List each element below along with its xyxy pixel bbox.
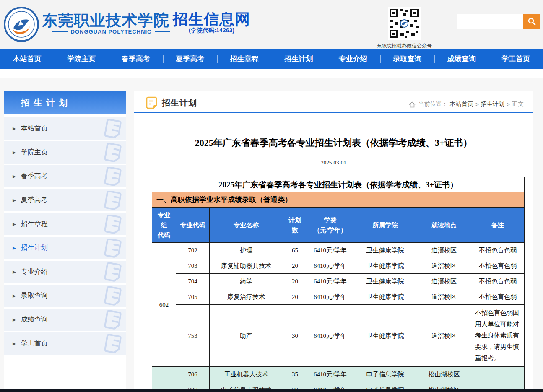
triangle-bullet-icon: ▶ <box>13 341 16 346</box>
plan-table: 2025年广东省春季高考各专业招生计划表（依据学考成绩、3+证书） 一、高职依据… <box>152 177 525 392</box>
table-body: 602702护理656410元/学年卫生健康学院道滘校区不招色盲色弱703康复辅… <box>152 243 525 392</box>
table-row: 703康复辅助器具技术206410元/学年卫生健康学院道滘校区不招色盲色弱 <box>152 258 525 274</box>
triangle-bullet-icon: ▶ <box>13 317 16 322</box>
main-panel: 招生计划 当前位置： 本站首页 > 招生计划 > 正文 2025年广东省春季高考… <box>134 91 533 392</box>
column-header: 计划 数 <box>283 208 307 243</box>
cell-major-code: 703 <box>176 258 210 274</box>
nav-item-spring-exam[interactable]: 春季高考 <box>109 49 163 69</box>
cell-plan-count: 35 <box>283 367 307 382</box>
cell-fee: 6410元/学年 <box>307 367 353 382</box>
nav-item-admission-query[interactable]: 录取查询 <box>380 49 435 69</box>
cell-fee: 6410元/学年 <box>307 289 353 305</box>
cell-college: 卫生健康学院 <box>353 274 417 289</box>
cell-plan-count: 30 <box>283 305 307 367</box>
sidebar-item-label: 本站首页 <box>21 124 48 133</box>
school-logo[interactable] <box>3 6 39 42</box>
document-deco-icon <box>102 143 124 162</box>
sidebar-item-college-home[interactable]: ▶学院主页 <box>4 141 126 164</box>
sidebar-item-majors-intro[interactable]: ▶专业介绍 <box>4 261 126 283</box>
triangle-bullet-icon: ▶ <box>13 222 16 226</box>
nav-bar: 本站首页学院主页春季高考夏季高考招生章程招生计划专业介绍录取查询成绩查询学工首页 <box>0 49 543 69</box>
nav-item-college-home[interactable]: 学院主页 <box>55 49 109 69</box>
cell-college: 电子信息学院 <box>353 367 417 382</box>
sidebar-item-label: 录取查询 <box>21 291 48 300</box>
document-icon <box>146 96 158 111</box>
document-deco-icon <box>102 119 124 138</box>
cell-college: 卫生健康学院 <box>353 289 417 305</box>
search-bar <box>457 14 540 29</box>
cell-college: 卫生健康学院 <box>353 243 417 258</box>
cell-college: 卫生健康学院 <box>353 305 417 367</box>
document-deco-icon <box>102 239 124 258</box>
nav-item-summer-exam[interactable]: 夏季高考 <box>163 49 218 69</box>
breadcrumb-link-home[interactable]: 本站首页 <box>450 101 473 108</box>
site-name-en: DONGGUAN POLYTECHNIC <box>71 29 152 35</box>
sidebar-item-admission-query[interactable]: ▶录取查询 <box>4 285 126 307</box>
qr-caption: 东职院招就办微信公众号 <box>369 42 439 49</box>
breadcrumb-prefix: 当前位置： <box>418 101 448 108</box>
content-header: 招生计划 当前位置： 本站首页 > 招生计划 > 正文 <box>134 91 533 113</box>
nav-item-admission-plan[interactable]: 招生计划 <box>272 49 326 69</box>
sidebar-item-spring-exam[interactable]: ▶春季高考 <box>4 165 126 187</box>
nav-item-admission-charter[interactable]: 招生章程 <box>217 49 272 69</box>
college-code: (学院代码:14263) <box>189 27 234 34</box>
cell-group-code <box>152 367 176 392</box>
cell-major-name: 康复辅助器具技术 <box>210 258 283 274</box>
breadcrumb: 当前位置： 本站首页 > 招生计划 > 正文 <box>409 101 524 108</box>
cell-major-name: 药学 <box>210 274 283 289</box>
triangle-bullet-icon: ▶ <box>13 293 16 298</box>
sidebar-menu: ▶本站首页▶学院主页▶春季高考▶夏季高考▶招生章程▶招生计划▶专业介绍▶录取查询… <box>4 114 126 355</box>
document-deco-icon <box>102 286 124 306</box>
cell-fee: 6410元/学年 <box>307 274 353 289</box>
cell-major-code: 704 <box>176 274 210 289</box>
cell-plan-count: 65 <box>283 243 307 258</box>
cell-plan-count: 20 <box>283 274 307 289</box>
breadcrumb-link-plan[interactable]: 招生计划 <box>481 101 504 108</box>
sidebar: 招生计划 ▶本站首页▶学院主页▶春季高考▶夏季高考▶招生章程▶招生计划▶专业介绍… <box>4 91 126 392</box>
nav-item-student-portal[interactable]: 学工首页 <box>489 49 543 69</box>
wechat-qr-code <box>388 7 421 40</box>
cell-college: 卫生健康学院 <box>353 258 417 274</box>
sidebar-item-summer-exam[interactable]: ▶夏季高考 <box>4 189 126 211</box>
page-title: 招生计划 <box>162 97 197 109</box>
cell-major-code: 706 <box>176 367 210 382</box>
nav-item-home[interactable]: 本站首页 <box>0 49 55 69</box>
column-header: 专业 组 代码 <box>152 208 176 243</box>
sidebar-item-admission-charter[interactable]: ▶招生章程 <box>4 213 126 235</box>
table-row: 602702护理656410元/学年卫生健康学院道滘校区不招色盲色弱 <box>152 243 525 258</box>
header-spacer <box>0 69 543 78</box>
triangle-bullet-icon: ▶ <box>13 126 16 131</box>
page-header: 东莞职业技术学院 · 招生信息网 DONGGUAN POLYTECHNIC (学… <box>0 0 543 49</box>
cell-major-name: 助产 <box>210 305 283 367</box>
search-button[interactable] <box>523 14 540 29</box>
triangle-bullet-icon: ▶ <box>13 150 16 155</box>
sidebar-item-label: 学工首页 <box>21 339 48 348</box>
search-input[interactable] <box>457 14 523 29</box>
document-deco-icon <box>102 334 124 353</box>
sidebar-item-label: 招生计划 <box>21 244 48 252</box>
column-header: 学费 （元/学年） <box>307 208 353 243</box>
cell-campus: 道滘校区 <box>417 243 471 258</box>
brand-separator-dot: · <box>160 13 164 27</box>
sidebar-item-score-query[interactable]: ▶成绩查询 <box>4 309 126 331</box>
cell-plan-count: 20 <box>283 289 307 305</box>
cell-remark: 不招色盲色弱 <box>471 243 525 258</box>
sidebar-item-admission-plan[interactable]: ▶招生计划 <box>4 237 126 259</box>
cell-major-name: 护理 <box>210 243 283 258</box>
cell-campus: 道滘校区 <box>417 289 471 305</box>
bottom-scrollbar[interactable] <box>0 389 543 392</box>
cell-campus: 道滘校区 <box>417 258 471 274</box>
sidebar-item-student-portal[interactable]: ▶学工首页 <box>4 332 126 355</box>
nav-item-score-query[interactable]: 成绩查询 <box>434 49 489 69</box>
nav-item-majors-intro[interactable]: 专业介绍 <box>326 49 380 69</box>
table-section-header: 一、高职依据学业水平成绩录取（普通类） <box>152 192 525 208</box>
sidebar-item-home[interactable]: ▶本站首页 <box>4 117 126 140</box>
article-title: 2025年广东省春季高考各专业招生计划表（依据学考成绩、3+证书） <box>149 137 518 149</box>
triangle-bullet-icon: ▶ <box>13 198 16 202</box>
cell-plan-count: 20 <box>283 258 307 274</box>
cell-major-code: 702 <box>176 243 210 258</box>
document-deco-icon <box>102 167 124 186</box>
table-main-title: 2025年广东省春季高考各专业招生计划表（依据学考成绩、3+证书） <box>152 177 525 192</box>
table-row: 706工业机器人技术356410元/学年电子信息学院松山湖校区 <box>152 367 525 382</box>
table-row: 705康复治疗技术206410元/学年卫生健康学院道滘校区不招色盲色弱 <box>152 289 525 305</box>
